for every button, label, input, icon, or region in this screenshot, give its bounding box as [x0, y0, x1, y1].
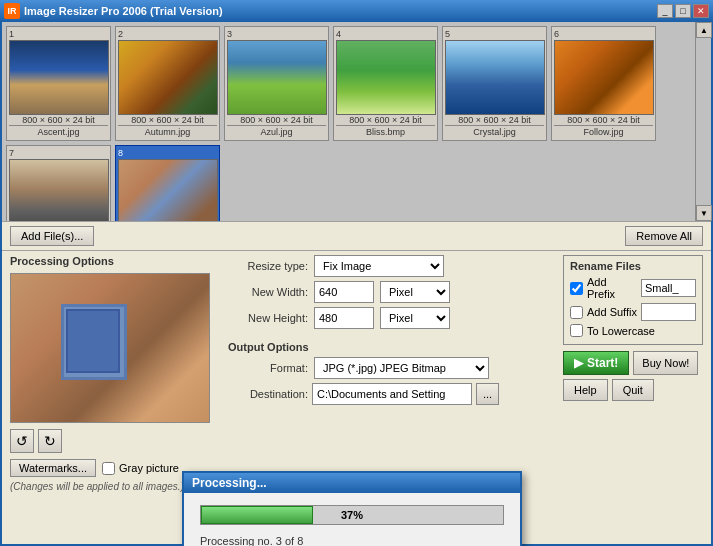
image-strip: 1 800 × 600 × 24 bit Ascent.jpg 2 800 × …	[2, 22, 695, 221]
rename-files-group: Rename Files Add Prefix Add Suffix To Lo…	[563, 255, 703, 345]
add-prefix-checkbox[interactable]	[570, 282, 583, 295]
thumb-filename-4: Bliss.bmp	[336, 125, 435, 138]
thumb-info-5: 800 × 600 × 24 bit	[458, 115, 531, 125]
start-label: Start!	[587, 356, 618, 370]
thumb-img-6	[554, 40, 654, 115]
thumb-info-6: 800 × 600 × 24 bit	[567, 115, 640, 125]
new-height-input[interactable]	[314, 307, 374, 329]
format-label: Format:	[228, 362, 308, 374]
watermarks-button[interactable]: Watermarks...	[10, 459, 96, 477]
rotate-cw-button[interactable]: ↻	[38, 429, 62, 453]
image-thumb-1[interactable]: 1 800 × 600 × 24 bit Ascent.jpg	[6, 26, 111, 141]
image-thumb-3[interactable]: 3 800 × 600 × 24 bit Azul.jpg	[224, 26, 329, 141]
browse-button[interactable]: ...	[476, 383, 499, 405]
bottom-action-row: Help Quit	[563, 379, 703, 401]
thumb-img-3	[227, 40, 327, 115]
image-strip-container: 1 800 × 600 × 24 bit Ascent.jpg 2 800 × …	[2, 22, 711, 222]
rename-files-title: Rename Files	[570, 260, 696, 272]
right-panel: Rename Files Add Prefix Add Suffix To Lo…	[563, 255, 703, 540]
thumb-filename-1: Ascent.jpg	[9, 125, 108, 138]
thumb-img-1	[9, 40, 109, 115]
title-bar: IR Image Resizer Pro 2006 (Trial Version…	[0, 0, 713, 22]
processing-options-label: Processing Options	[10, 255, 220, 267]
image-thumb-4[interactable]: 4 800 × 600 × 24 bit Bliss.bmp	[333, 26, 438, 141]
title-bar-left: IR Image Resizer Pro 2006 (Trial Version…	[4, 3, 223, 19]
destination-label: Destination:	[228, 388, 308, 400]
thumb-info-4: 800 × 600 × 24 bit	[349, 115, 422, 125]
help-button[interactable]: Help	[563, 379, 608, 401]
title-controls: _ □ ✕	[657, 4, 709, 18]
rotate-controls: ↺ ↻	[10, 429, 220, 453]
gray-picture-checkbox[interactable]	[102, 462, 115, 475]
progress-percent-text: 37%	[341, 509, 363, 521]
thumb-info-3: 800 × 600 × 24 bit	[240, 115, 313, 125]
thumb-info-2: 800 × 600 × 24 bit	[131, 115, 204, 125]
image-thumb-5[interactable]: 5 800 × 600 × 24 bit Crystal.jpg	[442, 26, 547, 141]
scroll-up-button[interactable]: ▲	[696, 22, 712, 38]
thumb-img-5	[445, 40, 545, 115]
new-width-row: New Width: Pixel Percent	[228, 281, 555, 303]
rotate-ccw-button[interactable]: ↺	[10, 429, 34, 453]
thumb-number-2: 2	[118, 29, 123, 39]
minimize-button[interactable]: _	[657, 4, 673, 18]
output-options-label: Output Options	[228, 341, 555, 353]
progress-bar-fill	[201, 506, 313, 524]
processing-dialog-title: Processing...	[184, 473, 520, 493]
new-height-unit-select[interactable]: Pixel Percent	[380, 307, 450, 329]
new-width-input[interactable]	[314, 281, 374, 303]
progress-bar-container: 37%	[200, 505, 504, 525]
thumb-filename-5: Crystal.jpg	[445, 125, 544, 138]
play-icon: ▶	[574, 356, 583, 370]
add-prefix-input[interactable]	[641, 279, 696, 297]
thumb-img-2	[118, 40, 218, 115]
new-height-row: New Height: Pixel Percent	[228, 307, 555, 329]
toolbar-row: Add File(s)... Remove All	[2, 222, 711, 251]
format-select[interactable]: JPG (*.jpg) JPEG Bitmap BMP (*.bmp) Bitm…	[314, 357, 489, 379]
to-lowercase-checkbox[interactable]	[570, 324, 583, 337]
buy-now-button[interactable]: Buy Now!	[633, 351, 698, 375]
destination-input[interactable]	[312, 383, 472, 405]
add-prefix-row: Add Prefix	[570, 276, 696, 300]
app-icon: IR	[4, 3, 20, 19]
thumb-img-7	[9, 159, 109, 221]
remove-all-button[interactable]: Remove All	[625, 226, 703, 246]
thumb-number-5: 5	[445, 29, 450, 39]
add-files-button[interactable]: Add File(s)...	[10, 226, 94, 246]
thumb-number-6: 6	[554, 29, 559, 39]
scroll-track	[696, 38, 711, 205]
image-row-2: 7 800 × 600 × 24 bit Friend.jpg 8 800 × …	[6, 145, 691, 221]
image-thumb-7[interactable]: 7 800 × 600 × 24 bit Friend.jpg	[6, 145, 111, 221]
close-button[interactable]: ✕	[693, 4, 709, 18]
strip-scrollbar[interactable]: ▲ ▼	[695, 22, 711, 221]
output-options-group: Format: JPG (*.jpg) JPEG Bitmap BMP (*.b…	[228, 357, 555, 405]
add-suffix-input[interactable]	[641, 303, 696, 321]
gray-checkbox-row: Gray picture	[102, 462, 179, 475]
maximize-button[interactable]: □	[675, 4, 691, 18]
quit-button[interactable]: Quit	[612, 379, 654, 401]
resize-type-select[interactable]: Fix Image Fit Width Fit Height Fit Both	[314, 255, 444, 277]
image-row: 1 800 × 600 × 24 bit Ascent.jpg 2 800 × …	[6, 26, 691, 141]
resize-type-row: Resize type: Fix Image Fit Width Fit Hei…	[228, 255, 555, 277]
add-suffix-label: Add Suffix	[587, 306, 637, 318]
main-window: 1 800 × 600 × 24 bit Ascent.jpg 2 800 × …	[0, 22, 713, 546]
thumb-number-4: 4	[336, 29, 341, 39]
image-thumb-2[interactable]: 2 800 × 600 × 24 bit Autumn.jpg	[115, 26, 220, 141]
resize-type-label: Resize type:	[228, 260, 308, 272]
start-button[interactable]: ▶ Start!	[563, 351, 629, 375]
new-width-unit-select[interactable]: Pixel Percent	[380, 281, 450, 303]
thumb-img-8	[118, 159, 218, 221]
image-thumb-8[interactable]: 8 800 × 600 × 24 bit Home...	[115, 145, 220, 221]
add-suffix-checkbox[interactable]	[570, 306, 583, 319]
to-lowercase-label: To Lowercase	[587, 325, 655, 337]
image-thumb-6[interactable]: 6 800 × 600 × 24 bit Follow.jpg	[551, 26, 656, 141]
thumb-number-3: 3	[227, 29, 232, 39]
thumb-number-8: 8	[118, 148, 123, 158]
new-width-label: New Width:	[228, 286, 308, 298]
thumb-filename-3: Azul.jpg	[227, 125, 326, 138]
scroll-down-button[interactable]: ▼	[696, 205, 712, 221]
content-area: Processing Options ↺ ↻ Watermarks... Gra…	[2, 251, 711, 544]
thumb-filename-2: Autumn.jpg	[118, 125, 217, 138]
thumb-info-1: 800 × 600 × 24 bit	[22, 115, 95, 125]
destination-row: Destination: ...	[228, 383, 555, 405]
processing-dialog: Processing... 37% Processing no. 3 of 8	[182, 471, 522, 546]
